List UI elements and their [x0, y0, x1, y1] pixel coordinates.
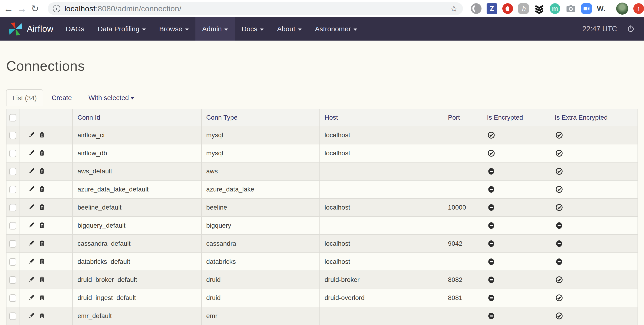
nav-item-data-profiling[interactable]: Data Profiling — [91, 18, 152, 40]
edit-connection-button[interactable] — [27, 221, 35, 231]
row-checkbox[interactable] — [9, 150, 16, 157]
navbar-right: 22:47 UTC — [582, 24, 644, 34]
nav-item-browse[interactable]: Browse — [152, 18, 196, 40]
nav-item-about[interactable]: About — [270, 18, 308, 40]
browser-reload-button[interactable]: ↻ — [28, 0, 42, 18]
nav-item-dags[interactable]: DAGs — [59, 18, 91, 40]
row-actions-cell — [19, 162, 72, 180]
row-checkbox[interactable] — [9, 222, 16, 230]
nav-item-label: Astronomer — [315, 25, 351, 33]
row-checkbox[interactable] — [9, 186, 16, 193]
table-row: druid_ingest_defaultdruiddruid-overlord8… — [6, 289, 638, 307]
row-checkbox[interactable] — [9, 168, 16, 175]
is-extra-encrypted-cell — [550, 180, 638, 198]
delete-connection-button[interactable] — [38, 293, 46, 303]
nav-item-label: Admin — [202, 25, 222, 33]
tab-with-selected[interactable]: With selected — [80, 89, 142, 106]
layers-extension-icon[interactable] — [534, 3, 544, 14]
edit-connection-button[interactable] — [27, 311, 35, 321]
table-row: airflow_cimysqllocalhost — [6, 126, 638, 144]
encrypted-yes-icon — [555, 276, 564, 284]
edit-connection-button[interactable] — [27, 184, 35, 194]
edit-connection-button[interactable] — [27, 257, 35, 267]
tab-list-34[interactable]: List (34) — [6, 89, 43, 106]
delete-connection-button[interactable] — [38, 239, 46, 249]
up-arrow-extension-icon[interactable]: ↑ — [633, 3, 644, 14]
encrypted-no-icon — [487, 203, 496, 212]
nav-item-admin[interactable]: Admin — [196, 18, 235, 40]
edit-connection-button[interactable] — [27, 166, 35, 176]
delete-connection-button[interactable] — [38, 202, 46, 212]
row-checkbox[interactable] — [9, 240, 16, 248]
row-checkbox[interactable] — [9, 312, 16, 320]
encrypted-yes-icon — [555, 294, 564, 302]
encrypted-no-icon — [487, 221, 496, 230]
delete-connection-button[interactable] — [38, 130, 46, 140]
zotero-extension-icon[interactable]: Z — [486, 3, 497, 14]
port-cell: 8081 — [443, 289, 482, 307]
zoom-video-extension-icon[interactable] — [581, 3, 592, 14]
column-header-is-extra-encrypted[interactable]: Is Extra Encrypted — [550, 109, 638, 126]
browser-back-button[interactable]: ← — [2, 0, 15, 18]
cookie-extension-icon[interactable] — [471, 3, 482, 14]
profile-avatar[interactable] — [616, 2, 628, 14]
stop-hand-extension-icon[interactable] — [502, 3, 513, 14]
camera-extension-icon[interactable] — [566, 3, 576, 14]
table-row: emr_defaultemr — [6, 307, 638, 325]
url-text: localhost:8080/admin/connection/ — [64, 4, 182, 13]
encrypted-no-icon — [555, 221, 564, 230]
nav-item-docs[interactable]: Docs — [235, 18, 270, 40]
delete-connection-button[interactable] — [38, 184, 46, 194]
address-bar[interactable]: i localhost:8080/admin/connection/ ☆ — [48, 2, 463, 15]
delete-trash-icon — [38, 184, 46, 193]
delete-connection-button[interactable] — [38, 221, 46, 231]
column-header-is-encrypted[interactable]: Is Encrypted — [482, 109, 550, 126]
honey-extension-icon[interactable]: h — [518, 3, 529, 14]
edit-pencil-icon — [27, 184, 35, 193]
delete-connection-button[interactable] — [38, 166, 46, 176]
site-info-icon[interactable]: i — [53, 5, 60, 12]
column-header-conn-type[interactable]: Conn Type — [202, 109, 320, 126]
wordtune-extension-icon[interactable]: W. — [597, 3, 606, 14]
row-checkbox[interactable] — [9, 294, 16, 302]
edit-connection-button[interactable] — [27, 148, 35, 158]
tab-create[interactable]: Create — [43, 89, 80, 106]
select-all-checkbox[interactable] — [9, 114, 16, 122]
row-select-cell — [6, 198, 19, 216]
host-cell: localhost — [320, 198, 443, 216]
row-select-cell — [6, 289, 19, 307]
column-header-port[interactable]: Port — [443, 109, 482, 126]
conn-id-cell: cassandra_default — [72, 234, 201, 253]
edit-connection-button[interactable] — [27, 239, 35, 249]
browser-forward-button[interactable]: → — [15, 0, 28, 18]
edit-pencil-icon — [27, 311, 35, 320]
delete-connection-button[interactable] — [38, 311, 46, 321]
bookmark-star-icon[interactable]: ☆ — [450, 4, 458, 13]
delete-connection-button[interactable] — [38, 257, 46, 267]
edit-pencil-icon — [27, 148, 35, 157]
airflow-brand[interactable]: Airflow — [8, 22, 54, 36]
edit-connection-button[interactable] — [27, 293, 35, 303]
edit-connection-button[interactable] — [27, 275, 35, 285]
column-header-conn-id[interactable]: Conn Id — [72, 109, 201, 126]
is-extra-encrypted-cell — [550, 126, 638, 144]
row-checkbox[interactable] — [9, 258, 16, 266]
row-actions-cell — [19, 216, 72, 234]
delete-trash-icon — [38, 275, 46, 283]
delete-connection-button[interactable] — [38, 275, 46, 285]
nav-item-astronomer[interactable]: Astronomer — [308, 18, 364, 40]
row-select-cell — [6, 180, 19, 198]
port-cell — [443, 162, 482, 180]
delete-connection-button[interactable] — [38, 148, 46, 158]
momentum-extension-icon[interactable]: m — [550, 3, 560, 14]
edit-connection-button[interactable] — [27, 202, 35, 212]
power-icon[interactable] — [626, 24, 635, 34]
conn-id-cell: databricks_default — [72, 253, 201, 271]
column-header-host[interactable]: Host — [320, 109, 443, 126]
row-checkbox[interactable] — [9, 204, 16, 212]
edit-connection-button[interactable] — [27, 130, 35, 140]
row-checkbox[interactable] — [9, 276, 16, 284]
delete-trash-icon — [38, 257, 46, 265]
port-cell — [443, 144, 482, 162]
row-checkbox[interactable] — [9, 132, 16, 139]
